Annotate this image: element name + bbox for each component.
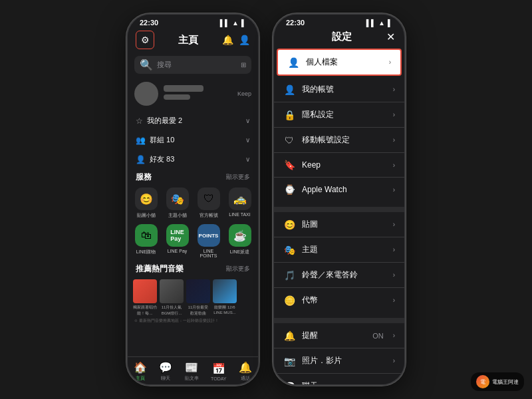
- notifications-chevron: ›: [393, 332, 395, 339]
- service-taxi[interactable]: 🚕 LINE TAXI: [227, 188, 253, 219]
- notifications-value: ON: [372, 332, 384, 340]
- music-label-1: 獨家跟著唱功能！每...: [133, 305, 157, 317]
- friends-item[interactable]: 👤 好友 83 ∨: [128, 150, 258, 169]
- tab-bar: 🏠 主頁 💬 聊天 📰 貼文串 📅 TODAY 🔔 通話: [128, 356, 258, 384]
- taxi-label: LINE TAXI: [229, 212, 250, 217]
- groups-item[interactable]: 👥 群組 10 ∨: [128, 130, 258, 150]
- update-text: ⊙ 最新熱門音樂推薦地區：一起聆聽音樂設計！: [128, 317, 258, 325]
- music-more[interactable]: 顯示更多: [226, 265, 250, 273]
- notification-icon[interactable]: 🔔: [222, 35, 233, 45]
- tab-feed[interactable]: 📰 貼文串: [185, 361, 199, 382]
- tab-home[interactable]: 🏠 主頁: [134, 361, 147, 382]
- music-section-header: 推薦熱門音樂 顯示更多: [128, 261, 258, 277]
- settings-item-chat[interactable]: 💬 聯天 ›: [274, 374, 404, 384]
- search-bar[interactable]: 🔍 搜尋 ⊞: [134, 56, 251, 74]
- settings-item-sticker[interactable]: 😊 貼圖 ›: [274, 212, 404, 237]
- music-thumb-1[interactable]: [133, 279, 157, 303]
- settings-item-privacy[interactable]: 🔒 隱私設定 ›: [274, 102, 404, 128]
- music-label-4: 能樂團 12/6 LINE MUS...: [213, 305, 237, 317]
- official-icon-box: 🛡: [198, 188, 220, 210]
- tab-call[interactable]: 🔔 通話: [239, 361, 252, 382]
- lock-icon: 🔒: [283, 110, 295, 120]
- settings-item-apple-watch[interactable]: ⌚ Apple Watch ›: [274, 178, 404, 201]
- music-title: 推薦熱門音樂: [136, 263, 184, 275]
- taxi-icon-box: 🚕: [229, 188, 251, 210]
- profile-section[interactable]: Keep: [128, 76, 258, 111]
- settings-item-notifications[interactable]: 🔔 提醒 ON ›: [274, 323, 404, 348]
- settings-item-ringtone[interactable]: 🎵 鈴聲／來電答鈴 ›: [274, 263, 404, 288]
- music-thumb-4[interactable]: [213, 279, 237, 303]
- service-pay[interactable]: LINEPay LINE Pay: [164, 224, 190, 258]
- settings-item-theme[interactable]: 🎭 主題 ›: [274, 237, 404, 263]
- sticker-icon-box: 😊: [135, 188, 158, 210]
- shield-icon: 🛡: [283, 135, 295, 146]
- divider-1: [274, 207, 404, 212]
- close-button[interactable]: ✕: [386, 31, 395, 43]
- profile-info: [164, 85, 232, 102]
- friends-label: 好友 83: [150, 154, 174, 164]
- settings-icon-button[interactable]: ⚙: [136, 31, 154, 49]
- profile-icon[interactable]: 👤: [239, 35, 250, 45]
- settings-list: 👤 個人檔案 › 👤 我的帳號 › 🔒 隱私設定 › 🛡 移動帳號設定: [274, 47, 404, 384]
- services-title: 服務: [136, 172, 152, 183]
- settings-item-photos[interactable]: 📷 照片．影片 ›: [274, 348, 404, 374]
- account-icon: 👤: [283, 84, 295, 95]
- service-official[interactable]: 🛡 官方帳號: [196, 188, 221, 219]
- keep-settings-label: Keep: [302, 160, 386, 170]
- drink-icon-box: ☕: [229, 224, 251, 247]
- service-sticker[interactable]: 😊 貼圖小舖: [133, 188, 159, 219]
- avatar: [134, 82, 158, 106]
- ringtone-label: 鈴聲／來電答鈴: [302, 269, 386, 281]
- pay-icon-box: LINEPay: [166, 224, 189, 247]
- photos-label: 照片．影片: [302, 355, 386, 366]
- theme-settings-icon: 🎭: [283, 245, 295, 255]
- ringtone-chevron: ›: [393, 271, 395, 279]
- call-tab-icon: 🔔: [239, 361, 252, 374]
- services-section-header: 服務 顯示更多: [128, 169, 258, 185]
- sticker-settings-label: 貼圖: [302, 219, 386, 230]
- official-label: 官方帳號: [200, 212, 218, 219]
- music-thumb-3[interactable]: [186, 279, 210, 303]
- call-tab-label: 通話: [241, 375, 250, 382]
- watch-chevron-icon: ›: [393, 186, 395, 194]
- tab-chat[interactable]: 💬 聊天: [159, 361, 172, 382]
- status-time-1: 22:30: [140, 19, 158, 27]
- service-shopping[interactable]: 🛍 LINE購物: [133, 224, 159, 258]
- watermark-avatar: 電: [476, 375, 489, 388]
- settings-item-keep[interactable]: 🔖 Keep ›: [274, 153, 404, 178]
- feed-tab-label: 貼文串: [185, 375, 199, 382]
- qr-icon[interactable]: ⊞: [241, 61, 246, 68]
- settings-group-misc: 🔔 提醒 ON › 📷 照片．影片 › 💬 聯天 › 📞 通話: [274, 323, 404, 384]
- settings-item-mobile[interactable]: 🛡 移動帳號設定 ›: [274, 128, 404, 153]
- search-icon: 🔍: [140, 59, 153, 71]
- theme-icon-box: 🎭: [166, 188, 189, 210]
- favorites-item[interactable]: ☆ 我的最愛 2 ∨: [128, 111, 258, 130]
- chevron-down-icon-3: ∨: [245, 156, 250, 163]
- phone-home: 22:30 ▌▌ ▲ ▌ ⚙ 主頁 🔔 👤 🔍 搜尋 ⊞: [126, 13, 259, 386]
- tab-today[interactable]: 📅 TODAY: [211, 362, 226, 381]
- settings-item-coins[interactable]: 🪙 代幣 ›: [274, 288, 404, 313]
- music-labels: 獨家跟著唱功能！每... 11月份人氣BGM排行... 11月份最受歡迎歌曲 能…: [133, 305, 253, 317]
- watch-icon: ⌚: [283, 184, 295, 195]
- sticker-settings-icon: 😊: [283, 219, 295, 230]
- settings-item-profile[interactable]: 👤 個人檔案 ›: [277, 49, 402, 76]
- theme-label: 主題小舖: [168, 212, 187, 219]
- gear-icon: ⚙: [141, 35, 150, 45]
- music-thumb-2[interactable]: [160, 279, 184, 303]
- service-theme[interactable]: 🎭 主題小舖: [164, 188, 190, 219]
- star-icon: ☆: [136, 116, 143, 126]
- services-more[interactable]: 顯示更多: [226, 173, 250, 182]
- services-row-1: 😊 貼圖小舖 🎭 主題小舖 🛡 官方帳號 🚕 LINE TAXI: [128, 185, 258, 221]
- home-title: 主頁: [178, 34, 198, 47]
- keep-chevron-icon: ›: [393, 162, 395, 169]
- photos-chevron: ›: [393, 357, 395, 364]
- bookmark-icon: 🔖: [283, 160, 295, 170]
- music-section: 獨家跟著唱功能！每... 11月份人氣BGM排行... 11月份最受歡迎歌曲 能…: [128, 277, 258, 317]
- service-drink[interactable]: ☕ LINE派遣: [227, 224, 253, 258]
- profile-settings-label: 個人檔案: [306, 57, 382, 68]
- divider-2: [274, 318, 404, 323]
- home-tab-label: 主頁: [136, 375, 145, 382]
- settings-item-account[interactable]: 👤 我的帳號 ›: [274, 77, 404, 102]
- favorites-label: 我的最愛 2: [147, 116, 182, 126]
- service-points[interactable]: POINTS LINE POINTS: [196, 224, 221, 258]
